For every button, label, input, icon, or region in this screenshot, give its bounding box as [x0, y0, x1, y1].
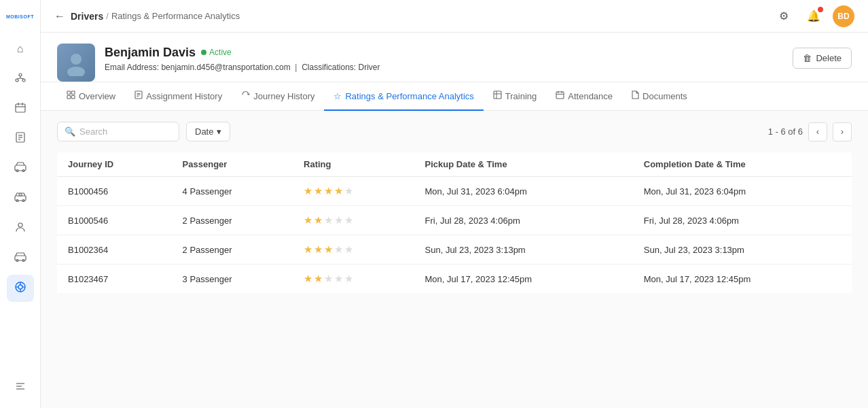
status-badge: Active: [201, 48, 232, 57]
sidebar-item-fleet[interactable]: [7, 185, 34, 212]
table-row[interactable]: B10023642 Passenger★★★★★Sun, Jul 23, 202…: [57, 235, 852, 265]
chevron-down-icon: ▾: [217, 126, 221, 137]
vehicle-icon: [14, 162, 26, 175]
star-filled: ★: [334, 185, 343, 197]
settings-button[interactable]: ⚙: [773, 5, 795, 27]
svg-point-35: [67, 67, 85, 76]
home-icon: ⌂: [17, 43, 24, 55]
cell-rating: ★★★★★: [293, 206, 414, 235]
delete-button[interactable]: 🗑 Delete: [793, 48, 852, 69]
classifications-label: Classifications:: [302, 63, 356, 72]
cell-completion: Sun, Jul 23, 2023 3:13pm: [633, 235, 852, 265]
sidebar-item-calendar[interactable]: [7, 95, 34, 122]
col-passenger: Passenger: [172, 152, 293, 177]
org-icon: [15, 72, 26, 86]
star-filled: ★: [304, 243, 312, 256]
breadcrumb-parent[interactable]: Drivers: [71, 11, 103, 22]
next-page-button[interactable]: ›: [833, 122, 852, 141]
cell-completion: Fri, Jul 28, 2023 4:06pm: [633, 206, 852, 235]
sidebar-item-org[interactable]: [7, 65, 34, 92]
tabs-bar: Overview Assignment History: [41, 82, 868, 111]
sidebar-item-menu[interactable]: [7, 374, 34, 401]
tab-documents-label: Documents: [643, 91, 687, 101]
training-icon: [493, 90, 502, 101]
cell-rating: ★★★★★: [293, 235, 414, 265]
driver-info: Benjamin Davis Active Email Address: ben…: [57, 44, 380, 82]
next-icon: ›: [841, 126, 844, 137]
menu-icon: [15, 381, 26, 394]
star-empty: ★: [344, 273, 353, 285]
driver-classification: Driver: [359, 63, 380, 72]
star-filled: ★: [324, 185, 333, 197]
driver-email: benjamin.d456@transportation.com: [161, 63, 290, 72]
tab-journey-history[interactable]: Journey History: [232, 82, 324, 111]
logo: MOBISOFT: [7, 7, 34, 26]
journey-icon: [241, 90, 250, 101]
sidebar-item-analytics[interactable]: [7, 275, 34, 302]
users-icon: [15, 222, 26, 235]
star-filled: ★: [304, 185, 312, 197]
driver-header: Benjamin Davis Active Email Address: ben…: [41, 33, 868, 82]
driver-avatar: [57, 44, 95, 82]
sidebar-item-home[interactable]: ⌂: [7, 35, 34, 63]
date-filter-button[interactable]: Date ▾: [186, 122, 230, 141]
table-row[interactable]: B10005462 Passenger★★★★★Fri, Jul 28, 202…: [57, 206, 852, 235]
svg-point-0: [19, 73, 22, 76]
assignment-icon: [134, 90, 143, 101]
reports-icon: [15, 132, 26, 146]
col-rating: Rating: [293, 152, 414, 177]
tab-overview[interactable]: Overview: [57, 82, 125, 111]
table-body: B10004564 Passenger★★★★★Mon, Jul 31, 202…: [57, 177, 852, 294]
sidebar-item-vehicle[interactable]: [7, 155, 34, 182]
star-empty: ★: [334, 243, 343, 256]
search-input[interactable]: [79, 126, 172, 137]
toolbar-right: 1 - 6 of 6 ‹ ›: [768, 122, 852, 141]
search-box: 🔍: [57, 122, 179, 141]
logo-text: MOBISOFT: [6, 14, 34, 19]
table-row[interactable]: B10004564 Passenger★★★★★Mon, Jul 31, 202…: [57, 177, 852, 206]
star-empty: ★: [324, 273, 333, 285]
cell-passenger: 2 Passenger: [172, 206, 293, 235]
ratings-icon: ☆: [333, 91, 342, 101]
driver-meta: Email Address: benjamin.d456@transportat…: [105, 63, 380, 72]
main-area: ← Drivers / Ratings & Performance Analyt…: [41, 0, 868, 408]
svg-rect-36: [67, 91, 71, 95]
tab-documents[interactable]: Documents: [622, 82, 697, 111]
star-empty: ★: [344, 185, 353, 197]
tab-training[interactable]: Training: [484, 82, 546, 111]
sidebar-item-reports[interactable]: [7, 125, 34, 152]
col-completion: Completion Date & Time: [633, 152, 852, 177]
star-empty: ★: [334, 214, 343, 226]
tab-overview-label: Overview: [79, 91, 115, 101]
sidebar-item-users[interactable]: [7, 215, 34, 242]
attendance-icon: [556, 90, 564, 101]
notifications-button[interactable]: 🔔: [803, 5, 825, 27]
col-journey-id: Journey ID: [57, 152, 172, 177]
ratings-table: Journey ID Passenger Rating Pickup Date …: [57, 152, 852, 293]
svg-rect-20: [19, 194, 22, 196]
gear-icon: ⚙: [779, 10, 789, 22]
search-icon: 🔍: [65, 126, 75, 137]
cell-journey-id: B1000546: [57, 206, 172, 235]
breadcrumb: Drivers / Ratings & Performance Analytic…: [71, 11, 240, 22]
star-filled: ★: [314, 243, 323, 256]
tab-assignment-history[interactable]: Assignment History: [125, 82, 232, 111]
sidebar-item-drivers[interactable]: [7, 245, 34, 272]
topbar-right: ⚙ 🔔 BD: [773, 5, 854, 27]
status-text: Active: [209, 48, 232, 57]
topbar-left: ← Drivers / Ratings & Performance Analyt…: [54, 10, 240, 22]
svg-rect-47: [556, 92, 564, 99]
cell-journey-id: B1023467: [57, 265, 172, 294]
tab-ratings[interactable]: ☆ Ratings & Performance Analytics: [324, 82, 483, 111]
svg-rect-44: [494, 91, 501, 99]
cell-pickup: Mon, Jul 17, 2023 12:45pm: [414, 265, 633, 294]
star-filled: ★: [314, 185, 323, 197]
prev-page-button[interactable]: ‹: [808, 122, 827, 141]
cell-passenger: 3 Passenger: [172, 265, 293, 294]
user-avatar[interactable]: BD: [833, 5, 854, 27]
table-row[interactable]: B10234673 Passenger★★★★★Mon, Jul 17, 202…: [57, 265, 852, 294]
tab-attendance[interactable]: Attendance: [546, 82, 622, 111]
back-button[interactable]: ←: [54, 10, 65, 22]
toolbar: 🔍 Date ▾ 1 - 6 of 6 ‹ ›: [57, 122, 852, 141]
delete-label: Delete: [816, 53, 842, 63]
